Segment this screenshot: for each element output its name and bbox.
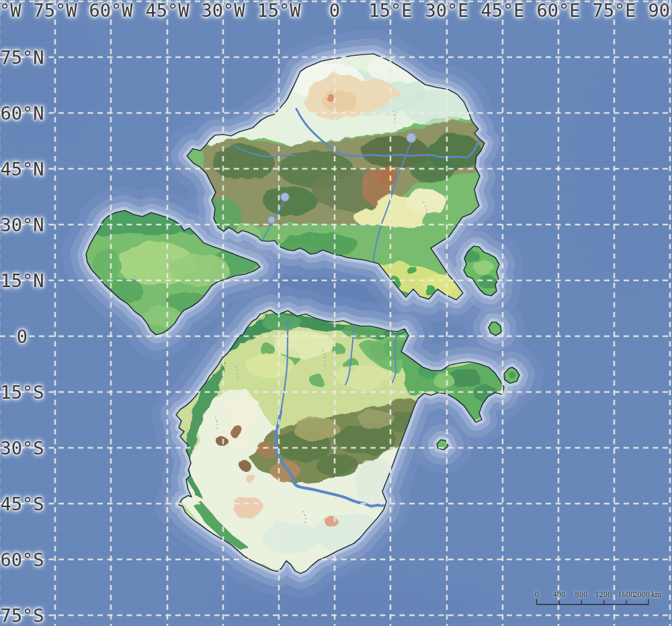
longitude-tick-label: 30°E (425, 0, 468, 21)
latitude-tick-label: 75°S (0, 605, 44, 626)
longitude-tick-label: 45°E (480, 0, 524, 21)
scale-bar: 0400800120016002000 km (536, 589, 672, 609)
scale-tick-label: 1600 (618, 590, 635, 598)
latitude-tick-label: 0 (17, 326, 28, 347)
latitude-tick-label: 45°S (0, 494, 44, 514)
latitude-tick-label: 30°N (0, 214, 44, 235)
latitude-tick-label: 60°S (0, 549, 44, 570)
longitude-tick-label: 15°W (257, 0, 300, 21)
latitude-tick-label: 75°N (0, 47, 44, 68)
latitude-tick-label: 45°N (0, 159, 44, 180)
longitude-tick-label: 75°E (592, 0, 636, 21)
scale-tick-label: 2000 (634, 590, 650, 598)
longitude-tick-label: 90°W (0, 0, 22, 21)
longitude-tick-label: 60°E (536, 0, 580, 21)
scale-tick-label: 400 (553, 590, 566, 598)
scale-tick-label: 0 (535, 590, 539, 598)
longitude-tick-label: 75°W (33, 0, 77, 21)
longitude-tick-label: 45°W (145, 0, 189, 21)
latitude-tick-label: 60°N (0, 103, 44, 124)
latitude-tick-label: 30°S (0, 438, 44, 459)
longitude-tick-label: 0 (329, 0, 340, 21)
latitude-tick-label: 15°N (0, 270, 44, 291)
longitude-tick-label: 30°W (201, 0, 245, 21)
longitude-tick-label: 90°E (648, 0, 672, 21)
latitude-tick-label: 15°S (0, 382, 44, 403)
longitude-tick-label: 60°W (89, 0, 132, 21)
map-canvas[interactable]: 90°W75°W60°W45°W30°W15°W015°E30°E45°E60°… (0, 0, 672, 626)
longitude-tick-label: 15°E (368, 0, 412, 21)
scale-tick-label: 1200 (595, 590, 612, 598)
world-map-image (0, 0, 672, 626)
scale-unit-label: km (651, 590, 661, 598)
scale-tick-label: 800 (575, 590, 588, 598)
